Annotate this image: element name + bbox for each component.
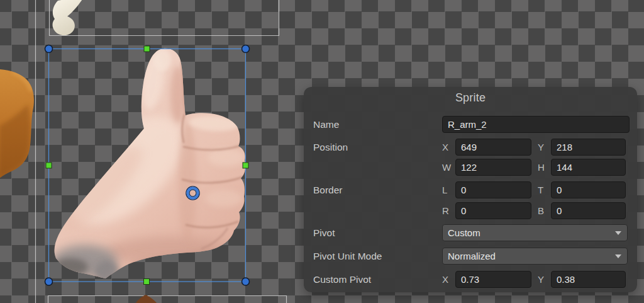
pivot-unit-mode-dropdown-value: Normalized <box>448 251 496 261</box>
orange-sprite[interactable] <box>0 69 34 178</box>
thumbs-up-sprite[interactable] <box>38 38 258 290</box>
chevron-down-icon <box>615 254 621 258</box>
position-w-label: W <box>442 162 451 173</box>
custom-pivot-y-input[interactable] <box>551 271 626 288</box>
bone-sprite[interactable] <box>53 0 82 35</box>
border-t-input[interactable] <box>551 181 626 198</box>
sprite-editor-canvas: Sprite Name Position X Y W H <box>0 0 644 303</box>
custom-pivot-y-label: Y <box>538 274 547 285</box>
selection-handle-left[interactable] <box>46 163 52 168</box>
custom-pivot-row: Custom Pivot X Y <box>304 271 637 288</box>
selection-handle-bottom[interactable] <box>144 279 150 285</box>
custom-pivot-label: Custom Pivot <box>313 271 371 288</box>
chevron-down-icon <box>615 231 621 235</box>
sprite-panel: Sprite Name Position X Y W H <box>304 87 637 292</box>
selection-handle-bottom-right[interactable] <box>242 278 250 285</box>
position-w-input[interactable] <box>455 159 531 176</box>
border-b-label: B <box>538 205 547 216</box>
position-y-label: Y <box>538 142 547 152</box>
selection-handle-right[interactable] <box>243 163 248 168</box>
position-row-wh: W H <box>304 159 637 176</box>
custom-pivot-x-label: X <box>442 274 451 285</box>
name-label: Name <box>313 116 339 133</box>
border-row-lt: Border L T <box>304 181 637 198</box>
position-y-input[interactable] <box>551 139 626 156</box>
border-t-label: T <box>538 185 547 195</box>
border-l-input[interactable] <box>455 181 531 198</box>
selection-handle-bottom-left[interactable] <box>45 278 53 285</box>
pivot-dropdown[interactable]: Custom <box>442 224 628 241</box>
border-label: Border <box>313 181 343 198</box>
panel-title: Sprite <box>304 91 637 105</box>
position-x-label: X <box>442 142 451 152</box>
pivot-dropdown-value: Custom <box>448 227 480 238</box>
pivot-unit-mode-dropdown[interactable]: Normalized <box>442 248 628 265</box>
border-r-input[interactable] <box>455 202 531 219</box>
position-label: Position <box>313 139 348 156</box>
position-row-xy: Position X Y <box>304 139 637 156</box>
selection-handle-top-right[interactable] <box>242 45 250 53</box>
position-h-input[interactable] <box>551 159 626 176</box>
name-input[interactable] <box>442 116 630 133</box>
border-l-label: L <box>442 185 451 195</box>
custom-pivot-x-input[interactable] <box>455 271 531 288</box>
selection-handle-top-left[interactable] <box>45 45 53 53</box>
pivot-label: Pivot <box>313 224 335 241</box>
pivot-row: Pivot Custom <box>304 224 637 241</box>
border-b-input[interactable] <box>551 202 626 219</box>
position-h-label: H <box>538 162 547 173</box>
position-x-input[interactable] <box>455 139 531 156</box>
pivot-unit-mode-row: Pivot Unit Mode Normalized <box>304 248 637 265</box>
border-r-label: R <box>442 205 451 216</box>
selection-handle-top[interactable] <box>144 46 150 52</box>
border-row-rb: R B <box>304 202 637 219</box>
pivot-unit-mode-label: Pivot Unit Mode <box>313 248 382 265</box>
name-row: Name <box>304 116 637 133</box>
